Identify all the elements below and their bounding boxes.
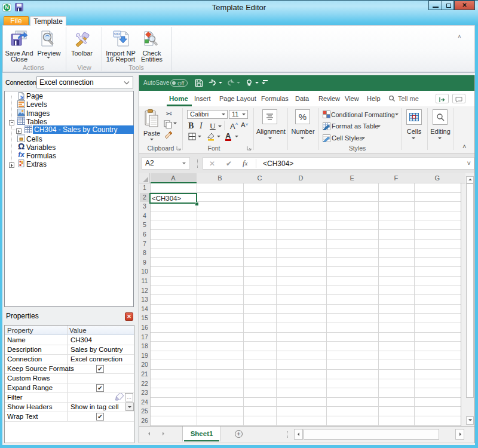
svg-text:<x>: <x> (114, 32, 121, 36)
